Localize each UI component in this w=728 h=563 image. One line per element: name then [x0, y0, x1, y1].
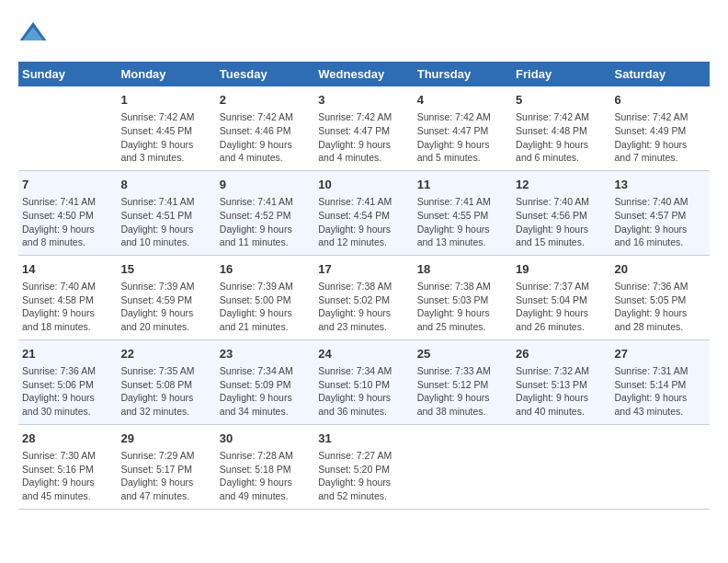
- calendar-cell: 26Sunrise: 7:32 AM Sunset: 5:13 PM Dayli…: [512, 339, 610, 424]
- calendar-cell: 18Sunrise: 7:38 AM Sunset: 5:03 PM Dayli…: [414, 255, 512, 339]
- calendar-cell: 27Sunrise: 7:31 AM Sunset: 5:14 PM Dayli…: [611, 339, 710, 424]
- day-number: 24: [318, 346, 409, 362]
- calendar-cell: 30Sunrise: 7:28 AM Sunset: 5:18 PM Dayli…: [216, 424, 314, 509]
- day-number: 22: [120, 346, 211, 362]
- calendar-cell: 6Sunrise: 7:42 AM Sunset: 4:49 PM Daylig…: [611, 86, 710, 170]
- day-header-wednesday: Wednesday: [314, 62, 413, 86]
- calendar-cell: 11Sunrise: 7:41 AM Sunset: 4:55 PM Dayli…: [414, 170, 512, 255]
- day-number: 3: [318, 92, 409, 109]
- day-number: 10: [318, 177, 409, 193]
- day-number: 7: [22, 177, 113, 193]
- calendar-cell: 10Sunrise: 7:41 AM Sunset: 4:54 PM Dayli…: [314, 170, 413, 255]
- calendar-cell: 3Sunrise: 7:42 AM Sunset: 4:47 PM Daylig…: [314, 86, 413, 170]
- day-info: Sunrise: 7:40 AM Sunset: 4:57 PM Dayligh…: [615, 195, 706, 249]
- calendar-cell: 12Sunrise: 7:40 AM Sunset: 4:56 PM Dayli…: [512, 170, 610, 255]
- day-number: 16: [220, 261, 311, 278]
- day-number: 31: [318, 431, 409, 447]
- day-number: 13: [615, 177, 706, 193]
- day-number: 29: [120, 431, 211, 447]
- calendar-table: SundayMondayTuesdayWednesdayThursdayFrid…: [18, 62, 710, 510]
- calendar-cell: 19Sunrise: 7:37 AM Sunset: 5:04 PM Dayli…: [512, 255, 610, 339]
- day-info: Sunrise: 7:32 AM Sunset: 5:13 PM Dayligh…: [516, 364, 607, 419]
- calendar-cell: 22Sunrise: 7:35 AM Sunset: 5:08 PM Dayli…: [117, 339, 215, 424]
- calendar-cell: 23Sunrise: 7:34 AM Sunset: 5:09 PM Dayli…: [216, 339, 314, 424]
- calendar-cell: [414, 424, 512, 509]
- logo: [18, 18, 51, 48]
- day-number: 28: [22, 431, 113, 447]
- day-header-sunday: Sunday: [18, 62, 117, 86]
- day-info: Sunrise: 7:31 AM Sunset: 5:14 PM Dayligh…: [615, 364, 706, 419]
- day-info: Sunrise: 7:42 AM Sunset: 4:49 PM Dayligh…: [615, 110, 706, 165]
- calendar-week-3: 21Sunrise: 7:36 AM Sunset: 5:06 PM Dayli…: [18, 339, 710, 424]
- day-info: Sunrise: 7:37 AM Sunset: 5:04 PM Dayligh…: [516, 280, 607, 334]
- calendar-cell: 8Sunrise: 7:41 AM Sunset: 4:51 PM Daylig…: [117, 170, 215, 255]
- day-info: Sunrise: 7:42 AM Sunset: 4:47 PM Dayligh…: [318, 110, 409, 165]
- day-info: Sunrise: 7:38 AM Sunset: 5:02 PM Dayligh…: [318, 280, 409, 334]
- day-number: 12: [516, 177, 607, 193]
- day-header-friday: Friday: [512, 62, 610, 86]
- calendar-cell: 9Sunrise: 7:41 AM Sunset: 4:52 PM Daylig…: [216, 170, 314, 255]
- day-info: Sunrise: 7:40 AM Sunset: 4:58 PM Dayligh…: [22, 280, 113, 334]
- calendar-cell: 14Sunrise: 7:40 AM Sunset: 4:58 PM Dayli…: [18, 255, 117, 339]
- calendar-cell: 21Sunrise: 7:36 AM Sunset: 5:06 PM Dayli…: [18, 339, 117, 424]
- day-number: 15: [120, 261, 211, 278]
- day-info: Sunrise: 7:40 AM Sunset: 4:56 PM Dayligh…: [516, 195, 607, 249]
- day-info: Sunrise: 7:42 AM Sunset: 4:45 PM Dayligh…: [120, 110, 211, 165]
- calendar-cell: [512, 424, 610, 509]
- calendar-cell: 20Sunrise: 7:36 AM Sunset: 5:05 PM Dayli…: [611, 255, 710, 339]
- calendar-cell: 1Sunrise: 7:42 AM Sunset: 4:45 PM Daylig…: [117, 86, 215, 170]
- calendar-cell: 24Sunrise: 7:34 AM Sunset: 5:10 PM Dayli…: [314, 339, 413, 424]
- day-number: 25: [417, 346, 508, 362]
- day-info: Sunrise: 7:34 AM Sunset: 5:10 PM Dayligh…: [318, 364, 409, 419]
- calendar-cell: 13Sunrise: 7:40 AM Sunset: 4:57 PM Dayli…: [611, 170, 710, 255]
- calendar-cell: 17Sunrise: 7:38 AM Sunset: 5:02 PM Dayli…: [314, 255, 413, 339]
- calendar-cell: 7Sunrise: 7:41 AM Sunset: 4:50 PM Daylig…: [18, 170, 117, 255]
- page-header: [18, 18, 710, 48]
- calendar-cell: 25Sunrise: 7:33 AM Sunset: 5:12 PM Dayli…: [414, 339, 512, 424]
- day-number: 18: [417, 261, 508, 278]
- day-info: Sunrise: 7:27 AM Sunset: 5:20 PM Dayligh…: [318, 449, 409, 503]
- day-info: Sunrise: 7:41 AM Sunset: 4:52 PM Dayligh…: [220, 195, 311, 249]
- day-number: 2: [220, 92, 311, 109]
- day-info: Sunrise: 7:29 AM Sunset: 5:17 PM Dayligh…: [120, 449, 211, 503]
- calendar-cell: 2Sunrise: 7:42 AM Sunset: 4:46 PM Daylig…: [216, 86, 314, 170]
- calendar-cell: 15Sunrise: 7:39 AM Sunset: 4:59 PM Dayli…: [117, 255, 215, 339]
- day-number: 30: [220, 431, 311, 447]
- calendar-cell: 16Sunrise: 7:39 AM Sunset: 5:00 PM Dayli…: [216, 255, 314, 339]
- calendar-cell: [611, 424, 710, 509]
- calendar-cell: [18, 86, 117, 170]
- day-info: Sunrise: 7:34 AM Sunset: 5:09 PM Dayligh…: [220, 364, 311, 419]
- day-number: 8: [120, 177, 211, 193]
- day-number: 21: [22, 346, 113, 362]
- day-number: 23: [220, 346, 311, 362]
- day-number: 1: [120, 92, 211, 109]
- calendar-header: SundayMondayTuesdayWednesdayThursdayFrid…: [18, 62, 710, 86]
- day-info: Sunrise: 7:39 AM Sunset: 4:59 PM Dayligh…: [120, 280, 211, 334]
- day-header-thursday: Thursday: [414, 62, 512, 86]
- calendar-week-0: 1Sunrise: 7:42 AM Sunset: 4:45 PM Daylig…: [18, 86, 710, 170]
- day-info: Sunrise: 7:42 AM Sunset: 4:47 PM Dayligh…: [417, 110, 508, 165]
- day-number: 9: [220, 177, 311, 193]
- calendar-cell: 4Sunrise: 7:42 AM Sunset: 4:47 PM Daylig…: [414, 86, 512, 170]
- day-info: Sunrise: 7:41 AM Sunset: 4:54 PM Dayligh…: [318, 195, 409, 249]
- calendar-week-1: 7Sunrise: 7:41 AM Sunset: 4:50 PM Daylig…: [18, 170, 710, 255]
- day-info: Sunrise: 7:33 AM Sunset: 5:12 PM Dayligh…: [417, 364, 508, 419]
- day-info: Sunrise: 7:36 AM Sunset: 5:06 PM Dayligh…: [22, 364, 113, 419]
- calendar-cell: 31Sunrise: 7:27 AM Sunset: 5:20 PM Dayli…: [314, 424, 413, 509]
- day-info: Sunrise: 7:28 AM Sunset: 5:18 PM Dayligh…: [220, 449, 311, 503]
- day-info: Sunrise: 7:39 AM Sunset: 5:00 PM Dayligh…: [220, 280, 311, 334]
- day-number: 19: [516, 261, 607, 278]
- day-info: Sunrise: 7:36 AM Sunset: 5:05 PM Dayligh…: [615, 280, 706, 334]
- day-info: Sunrise: 7:41 AM Sunset: 4:55 PM Dayligh…: [417, 195, 508, 249]
- day-number: 17: [318, 261, 409, 278]
- day-info: Sunrise: 7:30 AM Sunset: 5:16 PM Dayligh…: [22, 449, 113, 503]
- calendar-week-4: 28Sunrise: 7:30 AM Sunset: 5:16 PM Dayli…: [18, 424, 710, 509]
- day-header-monday: Monday: [117, 62, 215, 86]
- day-info: Sunrise: 7:38 AM Sunset: 5:03 PM Dayligh…: [417, 280, 508, 334]
- day-number: 27: [615, 346, 706, 362]
- day-info: Sunrise: 7:41 AM Sunset: 4:50 PM Dayligh…: [22, 195, 113, 249]
- day-info: Sunrise: 7:42 AM Sunset: 4:48 PM Dayligh…: [516, 110, 607, 165]
- day-header-saturday: Saturday: [611, 62, 710, 86]
- logo-icon: [18, 18, 48, 48]
- day-info: Sunrise: 7:42 AM Sunset: 4:46 PM Dayligh…: [220, 110, 311, 165]
